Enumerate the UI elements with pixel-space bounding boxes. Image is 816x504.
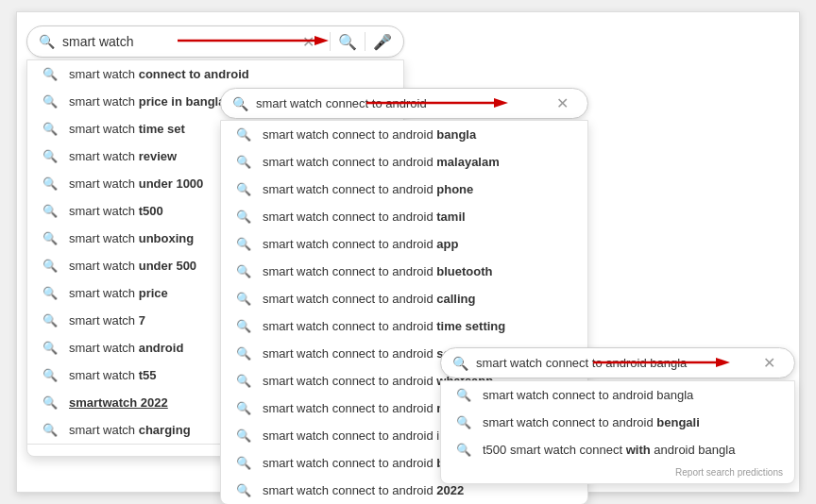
arrow-1 xyxy=(178,33,329,48)
search-icon-3: 🔍 xyxy=(452,356,468,371)
search-icon: 🔍 xyxy=(236,428,251,443)
search-icon: 🔍 xyxy=(42,313,58,328)
search-icon: 🔍 xyxy=(42,368,58,382)
search-icon: 🔍 xyxy=(42,341,58,355)
clear-icon-3[interactable]: ✕ xyxy=(763,354,775,372)
list-item[interactable]: 🔍 smart watch connect to android time se… xyxy=(221,312,587,340)
arrow-2 xyxy=(366,95,508,110)
list-item[interactable]: 🔍 smart watch connect to android bangla xyxy=(441,381,794,409)
list-item[interactable]: 🔍 smart watch connect to android bengali xyxy=(441,409,794,436)
search-icon: 🔍 xyxy=(42,176,58,191)
clear-icon-2[interactable]: ✕ xyxy=(556,94,569,112)
search-icon: 🔍 xyxy=(456,443,471,457)
svg-marker-3 xyxy=(494,98,508,108)
list-item[interactable]: 🔍 smart watch connect to android app xyxy=(221,230,587,258)
list-item[interactable]: 🔍 smart watch connect to android xyxy=(27,60,403,88)
search-icon: 🔍 xyxy=(42,67,58,81)
search-icon: 🔍 xyxy=(42,259,58,273)
search-icon: 🔍 xyxy=(236,319,251,333)
search-icon: 🔍 xyxy=(236,456,251,470)
search-icon: 🔍 xyxy=(42,395,58,410)
search-icon: 🔍 xyxy=(42,231,58,245)
list-item[interactable]: 🔍 smart watch connect to android phone xyxy=(221,176,587,203)
search-icon: 🔍 xyxy=(42,94,58,109)
search-icon: 🔍 xyxy=(236,210,251,224)
divider-1 xyxy=(330,32,331,51)
search-icon: 🔍 xyxy=(236,292,251,306)
search-icon: 🔍 xyxy=(456,415,471,429)
search-icon: 🔍 xyxy=(42,149,58,163)
search-icon: 🔍 xyxy=(236,237,251,251)
list-item[interactable]: 🔍 smart watch connect to android malayal… xyxy=(221,148,587,176)
search-icon: 🔍 xyxy=(236,374,251,388)
search-icon: 🔍 xyxy=(236,127,251,142)
list-item[interactable]: 🔍 smart watch connect to android bangla xyxy=(221,121,587,148)
search-button-1[interactable]: 🔍 xyxy=(338,33,357,51)
list-item[interactable]: 🔍 smart watch connect to android bluetoo… xyxy=(221,258,587,285)
dropdown-3: 🔍 smart watch connect to android bangla … xyxy=(440,380,795,484)
divider-2 xyxy=(365,32,366,51)
search-icon-1: 🔍 xyxy=(39,34,55,49)
search-icon-2: 🔍 xyxy=(232,96,248,111)
search-icon: 🔍 xyxy=(456,388,471,402)
search-icon: 🔍 xyxy=(236,182,251,196)
search-icon: 🔍 xyxy=(42,423,58,437)
search-icon: 🔍 xyxy=(42,204,58,218)
report-predictions-text[interactable]: Report search predictions xyxy=(441,463,794,483)
svg-marker-5 xyxy=(716,358,730,367)
search-icon: 🔍 xyxy=(42,286,58,300)
list-item[interactable]: 🔍 smart watch connect to android tamil xyxy=(221,203,587,230)
search-icon: 🔍 xyxy=(236,264,251,278)
search-icon: 🔍 xyxy=(42,122,58,136)
search-icon: 🔍 xyxy=(236,155,251,169)
list-item[interactable]: 🔍 t500 smart watch connect with android … xyxy=(441,436,794,463)
mic-icon-1[interactable]: 🎤 xyxy=(373,33,392,51)
search-icon: 🔍 xyxy=(236,483,251,497)
svg-marker-1 xyxy=(314,36,329,45)
list-item[interactable]: 🔍 smart watch connect to android calling xyxy=(221,285,587,312)
arrow-3 xyxy=(593,355,730,370)
search-icon: 🔍 xyxy=(236,401,251,415)
search-icon: 🔍 xyxy=(236,346,251,361)
